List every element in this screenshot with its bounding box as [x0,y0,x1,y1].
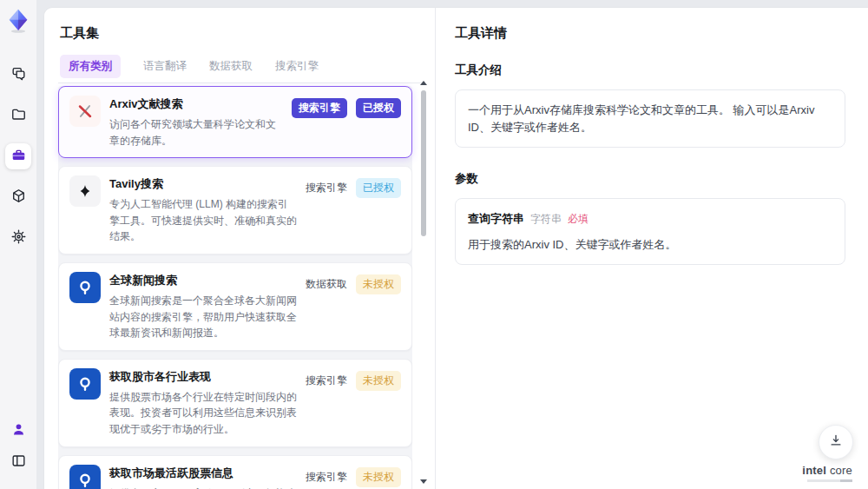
tool-card-arxiv[interactable]: Arxiv文献搜索 访问各个研究领域大量科学论文和文章的存储库。 搜索引擎 已授… [58,86,412,158]
download-icon [828,433,844,452]
tab-translation[interactable]: 语言翻译 [143,59,187,74]
app-logo [6,8,30,34]
intel-logo-bar [807,479,852,482]
tool-description: 提供股票市场各个行业在特定时间段内的表现。投资者可以利用这些信息来识别表现优于或… [109,389,297,438]
scrollbar-thumb[interactable] [421,90,426,236]
list-scrollbar [419,81,428,484]
status-badge: 未授权 [356,274,401,294]
search-logo-icon [69,465,101,489]
category-tabs: 所有类别 语言翻译 数据获取 搜索引擎 [58,59,423,83]
category-label: 搜索引擎 [306,178,347,195]
param-box: 查询字符串 字符串 必填 用于搜索的Arxiv ID、关键字或作者姓名。 [455,198,845,265]
panel-icon [10,453,27,472]
tool-detail-pane: 工具详情 工具介绍 一个用于从Arxiv存储库搜索科学论文和文章的工具。 输入可… [436,8,868,489]
intro-heading: 工具介绍 [455,63,845,78]
sidebar-item-settings[interactable] [5,225,31,251]
tool-name: 全球新闻搜索 [109,273,297,288]
tool-description: 提供当天交易量最高的股票列表，投资者可以利用这些信息来识别流动性强的股票和潜在的… [109,486,297,489]
workspace: 工具集 所有类别 语言翻译 数据获取 搜索引擎 [36,0,868,489]
category-label: 数据获取 [306,274,347,292]
main-panel: 工具集 所有类别 语言翻译 数据获取 搜索引擎 [43,7,868,489]
tool-name: 获取股市各行业表现 [109,369,297,385]
page-title: 工具集 [60,25,412,42]
param-type: 字符串 [530,211,562,227]
param-name: 查询字符串 [468,210,524,228]
briefcase-icon [10,147,27,167]
category-label: 搜索引擎 [306,467,347,485]
cube-icon [10,188,27,208]
status-badge: 未授权 [356,371,401,391]
tool-cards: Arxiv文献搜索 访问各个研究领域大量科学论文和文章的存储库。 搜索引擎 已授… [58,86,412,489]
search-logo-icon [69,368,101,400]
sidebar-item-packages[interactable] [5,184,31,210]
tab-all-categories[interactable]: 所有类别 [60,55,121,78]
detail-title: 工具详情 [455,25,845,42]
sidebar-item-chat[interactable] [5,62,31,88]
category-badge: 搜索引擎 [292,98,347,118]
param-required-flag: 必填 [568,211,589,227]
tool-card-sector-performance[interactable]: 获取股市各行业表现 提供股票市场各个行业在特定时间段内的表现。投资者可以利用这些… [58,359,412,447]
arxiv-icon [69,96,101,127]
tab-search-engine[interactable]: 搜索引擎 [275,59,319,74]
params-heading: 参数 [455,171,845,187]
gear-icon [10,228,27,248]
download-button[interactable] [819,425,853,459]
app-window: 工具集 所有类别 语言翻译 数据获取 搜索引擎 [0,0,868,489]
sidebar-item-account[interactable] [5,418,31,444]
tab-data-fetch[interactable]: 数据获取 [209,59,253,74]
user-icon [10,421,27,441]
star-icon [69,175,101,207]
core-text: core [830,464,852,477]
search-logo-icon [69,272,101,303]
tool-card-tavily[interactable]: Tavily搜索 专为人工智能代理 (LLM) 构建的搜索引擎工具。可快速提供实… [58,166,412,254]
tool-description: 专为人工智能代理 (LLM) 构建的搜索引擎工具。可快速提供实时、准确和真实的结… [109,196,297,245]
scroll-up-icon[interactable] [420,81,427,85]
tool-name: 获取市场最活跃股票信息 [109,466,297,481]
tool-card-active-stocks[interactable]: 获取市场最活跃股票信息 提供当天交易量最高的股票列表，投资者可以利用这些信息来识… [58,455,412,489]
tool-description: 访问各个研究领域大量科学论文和文章的存储库。 [109,116,283,149]
tool-list-pane: 工具集 所有类别 语言翻译 数据获取 搜索引擎 [44,8,435,489]
category-label: 搜索引擎 [306,371,347,388]
chat-icon [10,65,27,85]
scroll-down-icon[interactable] [420,479,427,484]
icon-sidebar [0,0,36,489]
sidebar-item-toolbox[interactable] [5,143,31,169]
status-badge: 已授权 [356,178,401,198]
intel-text: intel [802,464,826,477]
status-badge: 已授权 [356,98,401,118]
sidebar-item-files[interactable] [5,102,31,129]
tool-card-global-news[interactable]: 全球新闻搜索 全球新闻搜索是一个聚合全球各大新闻网站内容的搜索引擎，帮助用户快速… [58,262,412,351]
tool-name: Arxiv文献搜索 [109,96,283,112]
folder-icon [10,106,27,126]
sidebar-item-collapse[interactable] [5,449,31,475]
intel-core-logo: intel core [802,464,852,482]
intro-box: 一个用于从Arxiv存储库搜索科学论文和文章的工具。 输入可以是Arxiv ID… [455,89,845,148]
tool-name: Tavily搜索 [109,176,297,192]
tool-description: 全球新闻搜索是一个聚合全球各大新闻网站内容的搜索引擎，帮助用户快速获取全球最新资… [109,293,297,341]
status-badge: 未授权 [356,467,401,487]
param-description: 用于搜索的Arxiv ID、关键字或作者姓名。 [468,236,832,254]
